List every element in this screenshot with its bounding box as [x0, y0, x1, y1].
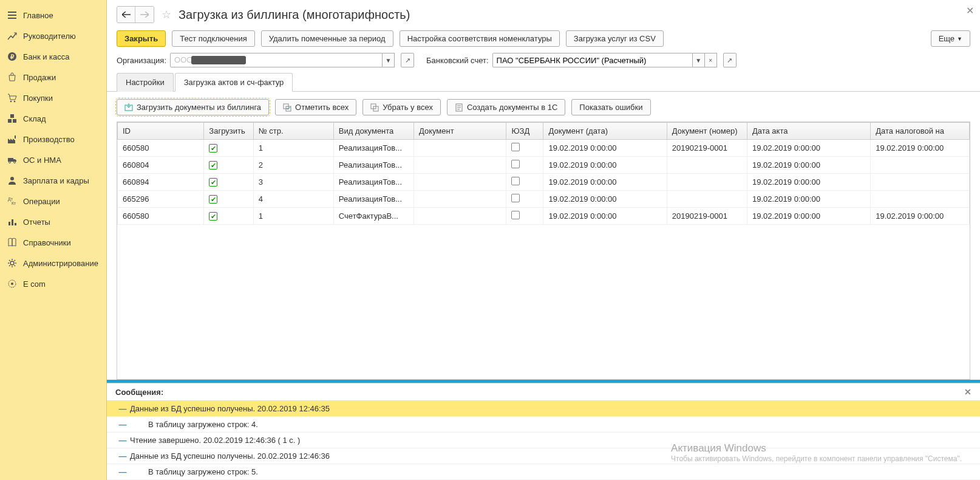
svg-rect-4: [8, 119, 12, 123]
sidebar-item-1[interactable]: Руководителю: [0, 26, 106, 46]
column-header[interactable]: Документ (номер): [667, 123, 747, 140]
tabs: Настройки Загрузка актов и сч-фактур: [107, 72, 980, 92]
messages-list[interactable]: —Данные из БД успешно получены. 20.02.20…: [107, 400, 980, 480]
nav-back-button[interactable]: [117, 7, 135, 22]
sidebar-item-label: Справочники: [23, 238, 71, 247]
message-row[interactable]: —Данные из БД успешно получены. 20.02.20…: [107, 448, 980, 464]
load-checkbox[interactable]: [209, 195, 217, 204]
org-dropdown-button[interactable]: ▼: [383, 53, 395, 67]
message-bullet-icon: —: [115, 436, 130, 445]
close-icon[interactable]: ✕: [966, 5, 974, 16]
table-row[interactable]: 6652964РеализацияТов...19.02.2019 0:00:0…: [118, 191, 970, 208]
sidebar-item-2[interactable]: ₽Банк и касса: [0, 46, 106, 67]
boxes-icon: [7, 114, 17, 123]
load-checkbox[interactable]: [209, 212, 217, 221]
message-row[interactable]: —В таблицу загружено строк: 4.: [107, 417, 980, 433]
message-text: В таблицу загружено строк: 5.: [130, 467, 258, 476]
bank-clear-button[interactable]: ×: [705, 53, 717, 67]
message-bullet-icon: —: [115, 451, 130, 461]
uzd-checkbox[interactable]: [511, 211, 520, 219]
load-csv-button[interactable]: Загрузка услуг из CSV: [566, 30, 664, 47]
sidebar-item-7[interactable]: ОС и НМА: [0, 149, 106, 170]
sidebar-item-10[interactable]: Отчеты: [0, 211, 106, 232]
tab-load[interactable]: Загрузка актов и сч-фактур: [175, 73, 293, 92]
create-doc-icon: [455, 103, 463, 112]
sidebar: ГлавноеРуководителю₽Банк и кассаПродажиП…: [0, 0, 107, 480]
message-row[interactable]: —Чтение завершено. 20.02.2019 12:46:36 (…: [107, 433, 980, 448]
column-header[interactable]: Документ (дата): [543, 123, 667, 140]
load-checkbox[interactable]: [209, 161, 217, 170]
table-row[interactable]: 6608042РеализацияТов...19.02.2019 0:00:0…: [118, 157, 970, 174]
bank-input[interactable]: [492, 53, 693, 67]
nav-buttons: [117, 6, 154, 23]
column-header[interactable]: № стр.: [253, 123, 333, 140]
load-checkbox[interactable]: [209, 144, 217, 153]
create-docs-button[interactable]: Создать документы в 1С: [447, 99, 565, 115]
sidebar-item-4[interactable]: Покупки: [0, 87, 106, 108]
sidebar-item-11[interactable]: Справочники: [0, 232, 106, 253]
show-errors-button[interactable]: Показать ошибки: [571, 99, 650, 115]
org-input[interactable]: ООО: [170, 53, 383, 67]
table-row[interactable]: 6605801СчетФактураВ...19.02.2019 0:00:00…: [118, 208, 970, 225]
main-area: ☆ Загрузка из биллинга (многотарифность)…: [107, 0, 980, 480]
uzd-checkbox[interactable]: [511, 160, 520, 168]
uzd-checkbox[interactable]: [511, 177, 520, 185]
message-bullet-icon: —: [115, 467, 130, 476]
sidebar-item-5[interactable]: Склад: [0, 108, 106, 129]
sidebar-item-0[interactable]: Главное: [0, 5, 106, 26]
column-header[interactable]: Вид документа: [333, 123, 413, 140]
svg-point-3: [14, 101, 16, 103]
table-row[interactable]: 6605801РеализацияТов...19.02.2019 0:00:0…: [118, 140, 970, 157]
message-row[interactable]: —Данные из БД успешно получены. 20.02.20…: [107, 401, 980, 417]
titlebar: ☆ Загрузка из биллинга (многотарифность)…: [107, 0, 980, 28]
message-bullet-icon: —: [115, 420, 130, 429]
load-checkbox[interactable]: [209, 178, 217, 187]
more-button[interactable]: Еще ▼: [931, 30, 970, 47]
sidebar-item-6[interactable]: Производство: [0, 129, 106, 149]
sidebar-item-label: Администрирование: [23, 259, 98, 268]
mapping-settings-button[interactable]: Настройка соответствия номенклатуры: [400, 30, 560, 47]
check-all-icon: [283, 103, 291, 112]
column-header[interactable]: ID: [118, 123, 204, 140]
delete-marked-button[interactable]: Удалить помеченные за период: [261, 30, 393, 47]
sidebar-item-label: Покупки: [23, 94, 53, 103]
sidebar-item-label: Главное: [23, 11, 53, 20]
svg-rect-8: [8, 158, 13, 162]
column-header[interactable]: Загрузить: [204, 123, 253, 140]
sidebar-item-3[interactable]: Продажи: [0, 67, 106, 87]
sidebar-item-label: ОС и НМА: [23, 156, 61, 165]
load-from-billing-button[interactable]: Загрузить документы из биллинга: [117, 99, 269, 115]
close-button[interactable]: Закрыть: [117, 30, 166, 47]
column-header[interactable]: Дата налоговой на: [871, 123, 970, 140]
column-header[interactable]: Дата акта: [747, 123, 870, 140]
sidebar-item-label: Склад: [23, 114, 46, 123]
bank-dropdown-button[interactable]: ▼: [693, 53, 705, 67]
message-row[interactable]: —В таблицу загружено строк: 5.: [107, 464, 980, 480]
uncheck-all-button[interactable]: Убрать у всех: [362, 99, 441, 115]
sidebar-item-13[interactable]: E com: [0, 273, 106, 294]
messages-close-icon[interactable]: ✕: [964, 387, 971, 397]
svg-text:₽: ₽: [10, 53, 15, 60]
ecom-icon: [7, 279, 17, 289]
org-combo: ООО ▼: [170, 53, 395, 67]
sidebar-item-9[interactable]: ДтКтОперации: [0, 191, 106, 211]
column-header[interactable]: Документ: [413, 123, 506, 140]
sidebar-item-8[interactable]: Зарплата и кадры: [0, 170, 106, 191]
nav-forward-button[interactable]: [135, 7, 154, 22]
data-grid[interactable]: IDЗагрузить№ стр.Вид документаДокументЮЗ…: [117, 122, 970, 380]
column-header[interactable]: ЮЗД: [506, 123, 543, 140]
favorite-star-icon[interactable]: ☆: [162, 8, 171, 21]
person-icon: [7, 176, 17, 185]
chevron-down-icon: ▼: [957, 36, 962, 42]
menu-icon: [7, 10, 17, 20]
sidebar-item-label: Продажи: [23, 73, 56, 82]
test-connection-button[interactable]: Тест подключения: [172, 30, 254, 47]
uzd-checkbox[interactable]: [511, 143, 520, 151]
org-open-button[interactable]: ↗: [401, 53, 414, 67]
tab-settings[interactable]: Настройки: [117, 73, 174, 92]
table-row[interactable]: 6608943РеализацияТов...19.02.2019 0:00:0…: [118, 174, 970, 191]
sidebar-item-12[interactable]: Администрирование: [0, 253, 106, 273]
uzd-checkbox[interactable]: [511, 194, 520, 202]
bank-open-button[interactable]: ↗: [723, 53, 737, 67]
check-all-button[interactable]: Отметить всех: [275, 99, 356, 115]
